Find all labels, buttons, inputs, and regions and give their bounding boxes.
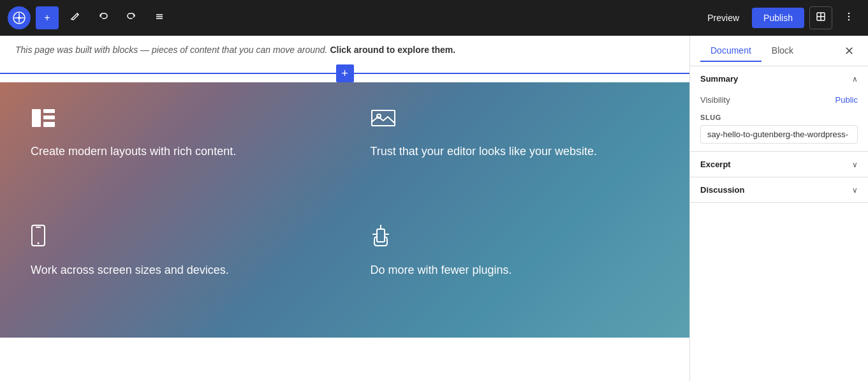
feature-item-plugin: Do more with fewer plugins. (371, 224, 659, 312)
mobile-icon (31, 224, 320, 252)
feature-text-layout: Create modern layouts with rich content. (31, 144, 320, 160)
svg-rect-14 (43, 122, 55, 127)
inserter-plus-icon: + (341, 68, 348, 79)
notice-cta: Click around to explore them. (330, 45, 455, 55)
excerpt-section-header[interactable]: Excerpt ∨ (690, 152, 868, 177)
excerpt-chevron: ∨ (852, 160, 858, 169)
redo-button[interactable] (120, 6, 143, 29)
discussion-title: Discussion (700, 185, 744, 195)
discussion-section-header[interactable]: Discussion ∨ (690, 177, 868, 202)
list-icon (154, 11, 165, 24)
plus-icon: + (44, 12, 50, 24)
sidebar: Document Block ✕ Summary ∧ Visibility Pu… (689, 36, 868, 381)
image-icon (371, 108, 659, 133)
wp-logo (8, 6, 31, 29)
editor-area: This page was built with blocks — pieces… (0, 36, 689, 381)
undo-icon (98, 11, 108, 24)
more-icon (844, 11, 854, 24)
svg-rect-20 (377, 229, 385, 242)
feature-item-image: Trust that your editor looks like your w… (371, 108, 659, 193)
slug-input[interactable] (700, 125, 858, 144)
view-button[interactable] (809, 6, 832, 29)
feature-text-image: Trust that your editor looks like your w… (371, 144, 659, 160)
svg-point-8 (848, 13, 850, 14)
svg-rect-15 (372, 110, 395, 126)
visibility-row: Visibility Public (690, 91, 868, 111)
excerpt-title: Excerpt (700, 160, 731, 169)
summary-chevron: ∧ (852, 75, 858, 84)
visibility-value[interactable]: Public (835, 95, 858, 105)
sidebar-header: Document Block ✕ (690, 36, 868, 66)
preview-button[interactable]: Preview (700, 9, 747, 27)
inserter-line-right (354, 73, 690, 74)
view-icon (816, 11, 826, 24)
feature-text-mobile: Work across screen sizes and devices. (31, 262, 320, 278)
tab-document[interactable]: Document (700, 40, 761, 62)
publish-button[interactable]: Publish (752, 8, 804, 28)
svg-rect-13 (43, 116, 55, 119)
layout-icon (31, 108, 320, 133)
close-icon: ✕ (844, 44, 854, 58)
plugin-icon (371, 224, 659, 252)
sidebar-tabs: Document Block (700, 40, 804, 62)
more-options-button[interactable] (837, 6, 860, 29)
block-inserter-row: + (0, 64, 689, 82)
summary-title: Summary (700, 74, 738, 84)
tools-button[interactable] (64, 6, 87, 29)
svg-rect-12 (43, 109, 55, 113)
svg-point-19 (38, 243, 40, 244)
svg-rect-11 (32, 109, 41, 127)
svg-point-9 (848, 16, 850, 17)
redo-icon (126, 11, 136, 24)
notice-bar: This page was built with blocks — pieces… (0, 36, 689, 64)
feature-item-mobile: Work across screen sizes and devices. (31, 224, 320, 312)
list-view-button[interactable] (148, 6, 171, 29)
slug-label: SLUG (690, 111, 868, 124)
feature-text-plugin: Do more with fewer plugins. (371, 262, 659, 278)
inserter-line-left (0, 73, 336, 74)
main-area: This page was built with blocks — pieces… (0, 36, 868, 381)
visibility-label: Visibility (700, 95, 730, 105)
notice-text: This page was built with blocks — pieces… (15, 45, 328, 55)
pencil-icon (70, 11, 80, 24)
feature-item-layout: Create modern layouts with rich content. (31, 108, 320, 193)
inserter-button[interactable]: + (336, 64, 354, 82)
excerpt-section: Excerpt ∨ (690, 152, 868, 177)
slug-field: SLUG (690, 111, 868, 144)
add-block-button[interactable]: + (36, 6, 59, 29)
discussion-chevron: ∨ (852, 186, 858, 195)
svg-point-1 (18, 17, 20, 19)
hero-block: Create modern layouts with rich content.… (0, 82, 689, 338)
tab-block[interactable]: Block (761, 40, 804, 62)
summary-section: Summary ∧ Visibility Public SLUG (690, 66, 868, 152)
svg-point-10 (848, 19, 850, 20)
summary-section-header[interactable]: Summary ∧ (690, 66, 868, 91)
toolbar: + (0, 0, 868, 36)
undo-button[interactable] (92, 6, 115, 29)
sidebar-close-button[interactable]: ✕ (840, 42, 858, 60)
discussion-section: Discussion ∨ (690, 177, 868, 203)
